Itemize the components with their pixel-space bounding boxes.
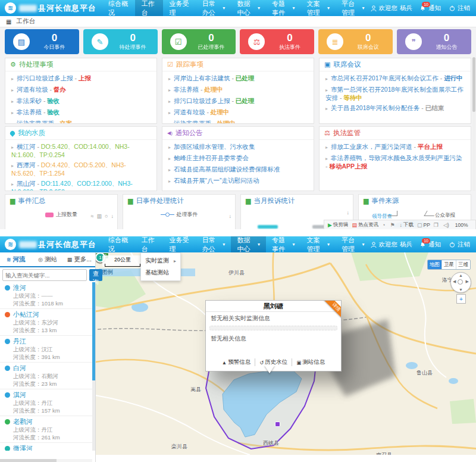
map-type-button[interactable]: 卫星 xyxy=(441,260,456,269)
list-item[interactable]: 排污口垃圾过多上报 上报 xyxy=(5,73,156,84)
list-item[interactable]: 关于昌县2018年河长制分配任务 已结束 xyxy=(320,102,471,114)
browser-toolbar-item[interactable]: ▢PP xyxy=(417,222,430,228)
refresh-icon[interactable]: ○ xyxy=(105,213,108,219)
sidebar-scrollbar[interactable] xyxy=(92,282,95,451)
nav-item[interactable]: 平台管理▾ xyxy=(336,0,371,16)
popup-footer-link[interactable]: ▣测站信息 xyxy=(292,358,329,366)
river-badge xyxy=(5,366,10,371)
list-item[interactable]: 河道有垃圾 督办 xyxy=(5,84,156,95)
nav-item[interactable]: 文案管理▾ xyxy=(300,236,336,252)
list-item[interactable]: 河岸边上有非法建筑 已处理 xyxy=(162,73,314,84)
list-item[interactable]: 非法养殖 验收 xyxy=(5,107,156,118)
detail-ribbon[interactable]: 详情 xyxy=(322,301,341,321)
list-item[interactable]: 污染非常严重 立案 xyxy=(5,118,156,124)
river-badge xyxy=(5,285,10,291)
nav-item[interactable]: 专题事件▾ xyxy=(266,236,301,252)
logout-button[interactable]: 注销 xyxy=(458,241,470,249)
notifications-button[interactable]: 10 xyxy=(419,241,426,248)
river-list-item[interactable]: 淇河 上级河流：丹江 河流长度：157 km xyxy=(0,389,92,416)
list-item[interactable]: 排放工业废水，严重污染河道 平台上报 xyxy=(320,141,471,152)
sidebar-hscrollbar[interactable] xyxy=(0,459,92,462)
logout-button[interactable]: 注销 xyxy=(458,4,470,13)
stat-card-icon: ▤ xyxy=(13,33,30,50)
nav-item[interactable]: 业务受理 xyxy=(163,236,196,252)
status-tag: 已结束 xyxy=(421,104,444,111)
status-tag: 移动APP上报 xyxy=(325,163,367,170)
scrollbar-thumb[interactable] xyxy=(0,459,57,462)
nav-item[interactable]: 数据中心▾ xyxy=(231,236,266,252)
nav-item[interactable]: 平台管理▾ xyxy=(336,236,371,252)
bar-chart-icon[interactable]: ▥ xyxy=(97,213,102,219)
username[interactable]: 杨兵 xyxy=(400,241,412,249)
list-item[interactable]: 河道有垃圾 处理中 xyxy=(162,107,314,118)
download-icon[interactable]: ↓ xyxy=(111,213,114,219)
nav-item[interactable]: 工作台 xyxy=(135,0,163,16)
list-item[interactable]: 鲍峰庄主持召开县委常委会 xyxy=(162,152,314,164)
sidebar-tab[interactable]: ▦更多... xyxy=(64,252,95,266)
nav-item[interactable]: 综合概况 xyxy=(102,0,135,16)
list-item[interactable]: 排污口垃圾过多上报 已处理 xyxy=(162,95,314,107)
line-chart-icon[interactable]: ≈ xyxy=(91,213,94,219)
chart-icon: ▆ xyxy=(10,197,15,205)
browser-toolbar-item[interactable]: ▶快剪辑 xyxy=(328,221,348,229)
notice-label[interactable]: 通知 xyxy=(428,4,441,13)
page-scrollbar[interactable] xyxy=(472,57,475,191)
river-list-item[interactable]: 白河 上级河流：石鹅河 河流长度：23 km xyxy=(0,363,92,389)
search-button[interactable]: 查询 xyxy=(89,269,102,281)
sidebar-tab[interactable]: ◎测站 xyxy=(32,252,63,266)
water-quality-row[interactable]: 黑山河 DO:11.420、COD:12.000、NH3-N:0.600、TP:… xyxy=(5,178,156,191)
browser-toolbar-item[interactable]: ◁) xyxy=(443,222,450,228)
notice-label[interactable]: 通知 xyxy=(428,241,441,249)
map-type-button[interactable]: 地图 xyxy=(428,260,441,269)
map-canvas[interactable]: 20公里 图例 地图卫星三维 ▲▼ ◀▶ + 伊川县洛宁县嵩县栾川县西峡县南召县… xyxy=(95,252,476,458)
station-dot-marker[interactable] xyxy=(275,422,280,427)
nav-item[interactable]: 数据中心▾ xyxy=(231,0,266,16)
water-quality-row[interactable]: 西潭河 DO:4.420、COD:5.200、NH3-N:5.620、TP:1.… xyxy=(5,160,156,178)
list-item[interactable]: 石城县开展“八一”走访慰问活动 xyxy=(162,175,314,186)
scrollbar-thumb[interactable] xyxy=(92,282,95,380)
download-icon[interactable]: ↓ xyxy=(347,210,350,216)
nav-item[interactable]: 工作台 xyxy=(135,236,163,252)
nav-item[interactable]: 文案管理▾ xyxy=(300,0,336,16)
browser-toolbar-item[interactable]: ↓下载 xyxy=(399,221,414,229)
username[interactable]: 杨兵 xyxy=(400,4,412,13)
scrollbar-thumb[interactable] xyxy=(472,57,475,112)
sidebar-tab[interactable]: ≋河流 xyxy=(0,252,32,266)
map-type-button[interactable]: 三维 xyxy=(456,260,470,269)
browser-toolbar-item[interactable]: ❐ xyxy=(434,222,440,228)
nav-item[interactable]: 日常办公▾ xyxy=(196,0,231,16)
browser-toolbar-item[interactable]: ⚑ xyxy=(390,222,396,228)
dropdown-item[interactable]: 基础测站 xyxy=(141,267,180,279)
popup-scrollbar[interactable] xyxy=(209,326,337,330)
zoom-in-button[interactable]: + xyxy=(456,294,466,304)
nav-item[interactable]: 日常办公▾ xyxy=(196,236,231,252)
list-item[interactable]: 非法养殖 处理中 xyxy=(162,84,314,95)
browser-toolbar-item[interactable]: 100% xyxy=(454,222,468,228)
list-item[interactable]: 非法采砂 验收 xyxy=(5,95,156,107)
river-list-item[interactable]: 小鲇江河 上级河流：东沙河 河流长度：13 km xyxy=(0,309,92,336)
notifications-button[interactable]: 10 xyxy=(419,5,426,11)
list-item[interactable]: 非法养殖鸭，导致河水颜色及水质受到严重污染 移动APP上报 xyxy=(320,152,471,171)
list-item[interactable]: 石城县提高基层组织建设经费保障标准 xyxy=(162,164,314,175)
browser-toolbar-item[interactable]: ◔ xyxy=(382,222,386,228)
browser-toolbar-item[interactable]: ▤热点资讯 xyxy=(352,221,378,229)
popup-footer-link[interactable]: ▲预警信息 xyxy=(218,358,255,366)
list-item[interactable]: 市总河长召开2017年底河长制会议工作 进行中 xyxy=(320,73,471,84)
river-list-item[interactable]: 淮河 上级河流：—— 河流长度：1018 km xyxy=(0,282,92,309)
dropdown-item[interactable]: 实时监测▸ xyxy=(141,255,180,267)
river-list-item[interactable]: 老鹳河 上级河流：丹江 河流长度：261 km xyxy=(0,416,92,443)
nav-item[interactable]: 业务受理 xyxy=(163,0,196,16)
list-item[interactable]: 加强区域排水管理、污水收集 xyxy=(162,141,314,152)
panel-title: 通知公告 xyxy=(176,129,203,138)
water-quality-row[interactable]: 横江河 DO:5.420、COD:14.000、NH3-N:1.600、TP:0… xyxy=(5,141,156,160)
nav-item[interactable]: 专题事件▾ xyxy=(266,0,301,16)
search-input[interactable] xyxy=(2,269,87,281)
chevron-down-icon: ▾ xyxy=(258,5,260,11)
list-item[interactable]: 市第一总河长召开2018年底河长制全面展示工作安排 等待中 xyxy=(320,84,471,102)
list-item[interactable]: 污染非常严重 处理中 xyxy=(162,118,314,124)
river-list-item[interactable]: 丹江 上级河流：汉江 河流长度：391 km xyxy=(0,336,92,363)
nav-item[interactable]: 综合概况 xyxy=(102,236,135,252)
map-pan-control[interactable]: ▲▼ ◀▶ xyxy=(450,272,471,293)
download-icon[interactable]: ↓ xyxy=(229,213,232,219)
river-list-item[interactable]: 微溪河 上级河流： 河流长度： xyxy=(0,443,92,451)
